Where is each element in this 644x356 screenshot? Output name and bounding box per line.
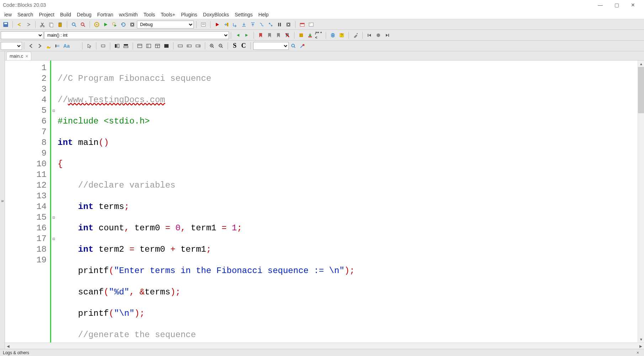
bookmark-prev-icon[interactable] xyxy=(265,31,274,40)
scroll-left-icon[interactable]: ◀ xyxy=(5,343,11,349)
step-into-icon[interactable] xyxy=(240,20,248,29)
menu-settings[interactable]: Settings xyxy=(232,11,256,19)
close-button[interactable]: ✕ xyxy=(625,0,641,10)
split-h-icon[interactable] xyxy=(122,42,130,50)
stop-debugger-icon[interactable] xyxy=(284,20,293,29)
fold-column[interactable]: ⊟ ⊟ ⊟ xyxy=(51,61,56,342)
arrow-right-icon[interactable] xyxy=(36,42,44,50)
find-icon[interactable] xyxy=(70,20,78,29)
run-to-cursor-icon[interactable] xyxy=(222,20,230,29)
menu-debug[interactable]: Debug xyxy=(74,11,94,19)
nav-back-icon[interactable] xyxy=(234,31,242,40)
bookmark-toggle-icon[interactable] xyxy=(256,31,265,40)
doxy-wizard-icon[interactable] xyxy=(297,31,305,40)
code-editor[interactable]: //C Program Fibonacci sequence //www.Tes… xyxy=(56,61,638,342)
horizontal-scrollbar[interactable] xyxy=(11,343,638,349)
svg-rect-58 xyxy=(164,44,169,48)
debug-windows-icon[interactable] xyxy=(298,20,307,29)
box2-icon[interactable] xyxy=(185,42,193,50)
next-line-icon[interactable] xyxy=(231,20,239,29)
menu-tools[interactable]: Tools xyxy=(140,11,158,19)
small-select[interactable] xyxy=(1,42,22,50)
layout1-icon[interactable] xyxy=(135,42,144,50)
doxy-html-icon[interactable] xyxy=(329,31,337,40)
break-debugger-icon[interactable] xyxy=(275,20,284,29)
split-v-icon[interactable] xyxy=(113,42,121,50)
search-go-icon[interactable] xyxy=(289,42,298,50)
undo-icon[interactable] xyxy=(15,20,24,29)
menu-search[interactable]: Search xyxy=(15,11,36,19)
doxy-extract-icon[interactable] xyxy=(306,31,314,40)
save-icon[interactable] xyxy=(1,20,10,29)
match-case-icon[interactable]: Aa xyxy=(62,42,71,50)
function-select[interactable]: main() : int xyxy=(44,31,229,39)
sidebar-sliver[interactable]: a n xyxy=(0,51,5,349)
build-target-select[interactable]: Debug xyxy=(137,21,194,28)
debug-run-icon[interactable] xyxy=(213,20,222,29)
step-into-instr-icon[interactable] xyxy=(266,20,275,29)
jump-forward-icon[interactable] xyxy=(383,31,392,40)
logs-panel[interactable]: Logs & others × xyxy=(0,349,644,356)
scope-select[interactable] xyxy=(1,31,43,39)
abort-icon[interactable] xyxy=(128,20,137,29)
bookmark-clear-icon[interactable] xyxy=(283,31,292,40)
minimize-button[interactable]: — xyxy=(592,0,608,10)
show-notes-icon[interactable] xyxy=(199,20,208,29)
menu-project[interactable]: Project xyxy=(36,11,57,19)
info-icon[interactable] xyxy=(307,20,315,29)
rect-icon[interactable] xyxy=(99,42,107,50)
jump-back-icon[interactable] xyxy=(365,31,374,40)
layout3-icon[interactable] xyxy=(153,42,162,50)
step-out-icon[interactable] xyxy=(249,20,257,29)
doxy-comment-icon[interactable]: /** *< xyxy=(315,31,323,40)
redo-icon[interactable] xyxy=(24,20,33,29)
menu-plugins[interactable]: Plugins xyxy=(178,11,200,19)
scroll-up-icon[interactable]: ▲ xyxy=(638,61,644,67)
menu-fortran[interactable]: Fortran xyxy=(94,11,116,19)
build-run-icon[interactable] xyxy=(110,20,119,29)
zoom-out-icon[interactable] xyxy=(217,42,225,50)
tab-main-c[interactable]: main.c × xyxy=(6,52,31,60)
search-select[interactable] xyxy=(253,42,289,50)
select-text-icon[interactable] xyxy=(53,42,62,50)
box1-icon[interactable] xyxy=(176,42,185,50)
svg-rect-7 xyxy=(59,22,61,23)
menu-build[interactable]: Build xyxy=(57,11,74,19)
scroll-down-icon[interactable]: ▼ xyxy=(638,336,644,342)
logs-panel-close-icon[interactable]: × xyxy=(634,350,641,355)
menu-toolsplus[interactable]: Tools+ xyxy=(158,11,178,19)
next-instr-icon[interactable] xyxy=(257,20,266,29)
vscroll-thumb[interactable] xyxy=(638,67,644,113)
pointer-icon[interactable] xyxy=(85,42,94,50)
bookmark-next-icon[interactable] xyxy=(274,31,283,40)
cut-icon[interactable] xyxy=(38,20,47,29)
source-s-icon[interactable]: S xyxy=(230,42,239,50)
record-icon[interactable] xyxy=(374,31,383,40)
replace-icon[interactable] xyxy=(79,20,87,29)
menu-wxsmith[interactable]: wxSmith xyxy=(116,11,140,19)
build-icon[interactable] xyxy=(92,20,101,29)
doxy-help-icon[interactable]: ? xyxy=(337,31,346,40)
zoom-in-icon[interactable] xyxy=(208,42,216,50)
layout4-icon[interactable] xyxy=(162,42,171,50)
regex-icon[interactable] xyxy=(71,42,80,50)
highlight-icon[interactable] xyxy=(44,42,53,50)
vertical-scrollbar[interactable]: ▲ ▼ xyxy=(638,61,644,342)
arrow-left-icon[interactable] xyxy=(27,42,35,50)
paste-icon[interactable] xyxy=(56,20,64,29)
maximize-button[interactable]: ▢ xyxy=(608,0,625,10)
scroll-right-icon[interactable]: ▶ xyxy=(638,343,644,349)
layout2-icon[interactable] xyxy=(144,42,153,50)
search-opts-icon[interactable] xyxy=(298,42,307,50)
menu-doxyblocks[interactable]: DoxyBlocks xyxy=(200,11,232,19)
doxy-settings-icon[interactable] xyxy=(351,31,360,40)
run-icon[interactable] xyxy=(101,20,110,29)
nav-forward-icon[interactable] xyxy=(243,31,251,40)
box3-icon[interactable] xyxy=(194,42,202,50)
copy-icon[interactable] xyxy=(47,20,55,29)
menu-help[interactable]: Help xyxy=(256,11,272,19)
rebuild-icon[interactable] xyxy=(119,20,128,29)
menu-view[interactable]: iew xyxy=(1,11,15,19)
source-c-icon[interactable]: C xyxy=(239,42,248,50)
tab-close-icon[interactable]: × xyxy=(25,53,28,59)
